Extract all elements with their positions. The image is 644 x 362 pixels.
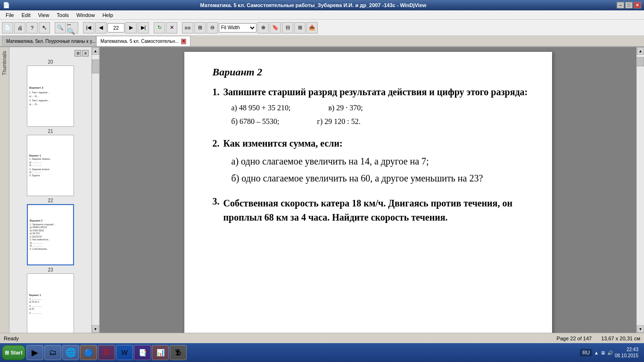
sidebar-scrollbar[interactable]: ▲ ▼ xyxy=(92,47,99,333)
main-scrollbar[interactable]: ▲ ▼ xyxy=(636,47,644,333)
taskbar-app-ppt[interactable]: 📊 xyxy=(152,345,169,360)
taskbar-app-files[interactable]: 🗂 xyxy=(44,345,61,360)
minimize-button[interactable]: – xyxy=(617,2,624,8)
continuous-view-button[interactable]: ≡≡ xyxy=(182,22,193,33)
problem-1-a: а) 48 950 + 35 210; xyxy=(231,101,291,115)
main-area: Thumbnails ⚙ ✕ 20 Вариант 2 1. Текст зад… xyxy=(0,47,644,333)
problem-2-a: а) одно слагаемое увеличить на 14, а дру… xyxy=(231,153,528,170)
tabs-bar: Математика. 5кл. Поурочные планы к у... … xyxy=(0,36,644,47)
thumb-img-21: Вариант 1 1. Задание первое... а) ......… xyxy=(27,135,74,196)
tray-volume-icon: 🔊 xyxy=(607,350,613,355)
next-page-button[interactable]: ▶ xyxy=(125,22,137,33)
taskbar-app-pdf[interactable]: 📑 xyxy=(134,345,151,360)
problem-2-num: 2. xyxy=(213,138,220,149)
thumbnails-label[interactable]: Thumbnails xyxy=(1,47,8,79)
problem-2-b: б) одно слагаемое увеличить на 60, а дру… xyxy=(231,170,528,187)
thumbnail-view-button[interactable]: ⊟ xyxy=(282,22,293,33)
title-bar-controls[interactable]: – □ ✕ xyxy=(617,2,641,8)
title-bar-title: Математика. 5 кл. Самостоятельные работы… xyxy=(200,2,427,8)
right-scroll-down-button[interactable]: ▼ xyxy=(637,325,644,333)
menu-window[interactable]: Window xyxy=(73,11,99,19)
zoom-plus-button[interactable]: ⊕ xyxy=(257,22,269,33)
lang-indicator: RU xyxy=(580,349,592,356)
thumbnail-page-23[interactable]: 23 Вариант 1 1. ............... а) б) в)… xyxy=(11,267,90,333)
problem-2-title: 2. Как изменится сумма, если: xyxy=(213,138,528,149)
last-page-button[interactable]: ▶| xyxy=(138,22,149,33)
taskbar-app-word[interactable]: W xyxy=(116,345,133,360)
right-scroll-up-button[interactable]: ▲ xyxy=(637,47,644,55)
layout-button[interactable]: ⊞ xyxy=(294,22,305,33)
page-number-input[interactable]: 22 xyxy=(107,23,124,33)
right-scroll-thumb[interactable] xyxy=(637,57,644,66)
thumbnail-page-22[interactable]: 22 Вариант 2 1. Запишите старший... а) 4… xyxy=(11,198,90,265)
tab-2-close[interactable]: ✕ xyxy=(181,39,186,44)
taskbar-app-opera[interactable]: O xyxy=(98,345,115,360)
sidebar-close-button[interactable]: ✕ xyxy=(82,50,89,57)
stop-button[interactable]: ✕ xyxy=(166,22,177,33)
thumb-img-22: Вариант 2 1. Запишите старший... а) 4895… xyxy=(27,204,74,265)
zoom-minus-button[interactable]: ⊖ xyxy=(206,22,218,33)
taskbar-app-media[interactable]: ▶ xyxy=(26,345,43,360)
menu-file[interactable]: File xyxy=(2,11,18,19)
scroll-track[interactable] xyxy=(92,55,99,325)
thumb-num-22: 22 xyxy=(48,198,53,203)
taskbar-tray: RU ▲ 🖥 🔊 22:43 08.10.2015 xyxy=(576,346,642,359)
page-document: Вариант 2 1. Запишите старший разряд рез… xyxy=(184,52,552,333)
print-button[interactable]: 🖨 xyxy=(14,22,25,33)
problem-3-title: 3. Собственная скорость катера 18 км/ч. … xyxy=(213,196,528,224)
problem-1: 1. Запишите старший разряд результата де… xyxy=(213,87,528,129)
export-button[interactable]: 📤 xyxy=(306,22,318,33)
taskbar-app-zip[interactable]: 🗜 xyxy=(170,345,187,360)
first-page-button[interactable]: |◀ xyxy=(83,22,94,33)
help-button[interactable]: ? xyxy=(26,22,38,33)
thumbnail-page-20[interactable]: 20 Вариант 2 1. Текст задания... а) ... … xyxy=(11,59,90,127)
select-tool[interactable]: ↖ xyxy=(39,22,50,33)
zoom-in-button[interactable]: 🔍 xyxy=(55,22,66,33)
thumb-img-23: Вариант 1 1. ............... а) б) в) г)… xyxy=(27,273,74,333)
sidebar-header: ⚙ ✕ xyxy=(11,49,90,58)
maximize-button[interactable]: □ xyxy=(625,2,633,8)
taskbar-app-chrome[interactable]: 🔵 xyxy=(80,345,97,360)
fit-mode-dropdown[interactable]: Fit Width Fit Page Fit Height xyxy=(219,23,256,33)
problem-3-text: Собственная скорость катера 18 км/ч. Дви… xyxy=(223,196,528,224)
refresh-button[interactable]: ↻ xyxy=(154,22,165,33)
menu-edit[interactable]: Edit xyxy=(18,11,34,19)
scroll-up-button[interactable]: ▲ xyxy=(92,47,99,55)
zoom-out-button[interactable]: –🔍 xyxy=(67,22,78,33)
close-button[interactable]: ✕ xyxy=(634,2,641,8)
menu-help[interactable]: Help xyxy=(99,11,117,19)
problem-1-row-1: а) 48 950 + 35 210; в) 29 · 370; xyxy=(231,101,528,115)
taskbar-app-ie[interactable]: 🌐 xyxy=(62,345,79,360)
add-bookmark-button[interactable]: 🔖 xyxy=(270,22,281,33)
clock-time: 22:43 xyxy=(615,346,638,353)
problem-2: 2. Как изменится сумма, если: а) одно сл… xyxy=(213,138,528,187)
tray-up-icon[interactable]: ▲ xyxy=(594,350,599,355)
prev-page-button[interactable]: ◀ xyxy=(95,22,107,33)
sidebar-settings-button[interactable]: ⚙ xyxy=(74,50,81,57)
menu-view[interactable]: View xyxy=(34,11,53,19)
start-button[interactable]: ⊞ Start xyxy=(2,345,25,360)
problem-1-v: в) 29 · 370; xyxy=(328,101,363,115)
facing-view-button[interactable]: ⊞ xyxy=(194,22,206,33)
menu-tools[interactable]: Tools xyxy=(53,11,73,19)
problem-2-subitems: а) одно слагаемое увеличить на 14, а дру… xyxy=(231,153,528,187)
problem-3-num: 3. xyxy=(213,196,220,224)
scroll-thumb[interactable] xyxy=(92,59,99,74)
tab-2-label: Математика. 5 кл. Самостоятельн... xyxy=(100,39,179,44)
tray-network-icon: 🖥 xyxy=(601,350,605,355)
thumbnails-toggle-panel[interactable]: Thumbnails xyxy=(0,47,9,333)
thumb-num-20: 20 xyxy=(48,59,53,65)
scroll-down-button[interactable]: ▼ xyxy=(92,325,99,333)
thumbnail-page-21[interactable]: 21 Вариант 1 1. Задание первое... а) ...… xyxy=(11,129,90,196)
problem-1-subitems: а) 48 950 + 35 210; в) 29 · 370; б) 6780… xyxy=(231,101,528,129)
new-button[interactable]: 📄 xyxy=(2,22,13,33)
document-viewer[interactable]: Вариант 2 1. Запишите старший разряд рез… xyxy=(99,47,636,333)
system-clock: 22:43 08.10.2015 xyxy=(615,346,638,359)
right-scroll-track[interactable] xyxy=(637,55,644,325)
problem-3: 3. Собственная скорость катера 18 км/ч. … xyxy=(213,196,528,224)
tab-1[interactable]: Математика. 5кл. Поурочные планы к у... … xyxy=(2,36,96,46)
status-bar: Ready Page 22 of 147 13,67 x 20,31 см xyxy=(0,333,644,343)
problem-1-text: Запишите старший разряд результата дейст… xyxy=(223,87,528,98)
taskbar: ⊞ Start ▶ 🗂 🌐 🔵 O W 📑 📊 🗜 RU ▲ 🖥 🔊 22:43… xyxy=(0,343,644,362)
tab-2[interactable]: Математика. 5 кл. Самостоятельн... ✕ xyxy=(96,36,190,46)
